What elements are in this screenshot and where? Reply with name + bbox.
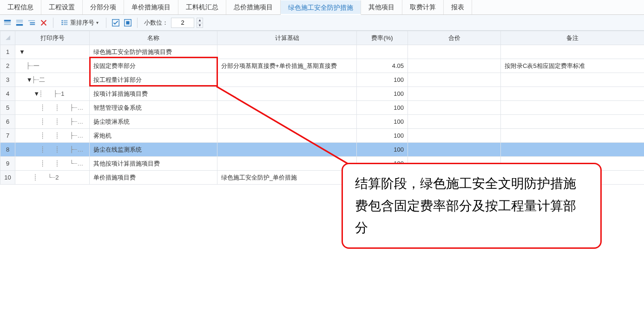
cell-remark[interactable]: 按附录C表5相应固定费率标准 [501, 59, 644, 73]
table-row[interactable]: 7 ┊ ┊ ├┈1.3雾炮机100 [0, 129, 644, 143]
tree-expander-icon[interactable]: ▼ [19, 48, 25, 55]
row-number[interactable]: 9 [0, 157, 15, 171]
cell-total[interactable] [408, 87, 501, 101]
cell-print-seq[interactable]: ┊ └┈2 [15, 171, 90, 185]
table-row[interactable]: 6 ┊ ┊ ├┈1.2扬尘喷淋系统100 [0, 115, 644, 129]
cell-print-seq[interactable]: ▼├┈二 [15, 73, 90, 87]
row-number[interactable]: 8 [0, 143, 15, 157]
cell-name[interactable]: 智慧管理设备系统 [90, 101, 217, 115]
cell-basis[interactable] [217, 115, 357, 129]
cell-total[interactable] [408, 129, 501, 143]
tree-expander-icon[interactable]: ▼ [33, 90, 39, 97]
cell-print-seq[interactable]: ┊ ┊ ├┈1.3 [15, 129, 90, 143]
cell-basis[interactable]: 绿色施工安全防护_单价措施 [217, 171, 357, 185]
tab-project-settings[interactable]: 工程设置 [41, 0, 83, 14]
col-total[interactable]: 合价 [408, 31, 501, 45]
cell-name[interactable]: 雾炮机 [90, 129, 217, 143]
cell-total[interactable] [408, 101, 501, 115]
cell-basis[interactable] [217, 45, 357, 59]
row-number[interactable]: 3 [0, 73, 15, 87]
cell-name[interactable]: 扬尘喷淋系统 [90, 115, 217, 129]
cell-rate[interactable]: 100 [357, 73, 408, 87]
table-row[interactable]: 3 ▼├┈二按工程量计算部分100 [0, 73, 644, 87]
cell-name[interactable]: 扬尘在线监测系统 [90, 143, 217, 157]
cell-print-seq[interactable]: ┊ ┊ └┈1.5 [15, 157, 90, 171]
cell-rate[interactable] [357, 45, 408, 59]
row-number[interactable]: 4 [0, 87, 15, 101]
cell-total[interactable] [408, 45, 501, 59]
col-print-seq[interactable]: 打印序号 [15, 31, 90, 45]
deselect-all-icon[interactable] [123, 18, 132, 27]
tab-sections[interactable]: 分部分项 [83, 0, 124, 14]
col-basis[interactable]: 计算基础 [217, 31, 357, 45]
cell-remark[interactable] [501, 45, 644, 59]
col-rate[interactable]: 费率(%) [357, 31, 408, 45]
cell-remark[interactable] [501, 101, 644, 115]
cell-remark[interactable] [501, 73, 644, 87]
cell-rate[interactable]: 4.05 [357, 59, 408, 73]
tab-project-info[interactable]: 工程信息 [0, 0, 41, 14]
cell-rate[interactable]: 100 [357, 115, 408, 129]
cell-basis[interactable] [217, 157, 357, 171]
cell-remark[interactable] [501, 129, 644, 143]
cell-name[interactable]: 单价措施项目费 [90, 171, 217, 185]
cell-basis[interactable] [217, 73, 357, 87]
data-grid[interactable]: 打印序号 名称 计算基础 费率(%) 合价 备注 1▼绿色施工安全防护措施项目费… [0, 31, 644, 185]
cell-print-seq[interactable]: ┊ ┊ ├┈1.1 [15, 101, 90, 115]
tab-unit-price-measures[interactable]: 单价措施项目 [124, 0, 178, 14]
table-row[interactable]: 5 ┊ ┊ ├┈1.1智慧管理设备系统100 [0, 101, 644, 115]
tab-other-items[interactable]: 其他项目 [361, 0, 402, 14]
tab-lumpsum-measures[interactable]: 总价措施项目 [226, 0, 281, 14]
table-row[interactable]: 8 ┊ ┊ ├┈1.4扬尘在线监测系统100 [0, 143, 644, 157]
row-number[interactable]: 2 [0, 59, 15, 73]
decimal-spin-down[interactable]: ▼ [197, 23, 203, 28]
insert-child-row-icon[interactable] [27, 18, 36, 27]
delete-row-icon[interactable] [39, 18, 48, 27]
cell-print-seq[interactable]: ▼┊ ├┈1 [15, 87, 90, 101]
cell-basis[interactable] [217, 101, 357, 115]
cell-print-seq[interactable]: ┊ ┊ ├┈1.2 [15, 115, 90, 129]
row-number[interactable]: 7 [0, 129, 15, 143]
cell-remark[interactable] [501, 143, 644, 157]
col-name[interactable]: 名称 [90, 31, 217, 45]
tab-report[interactable]: 报表 [444, 0, 472, 14]
cell-basis[interactable] [217, 129, 357, 143]
cell-remark[interactable] [501, 87, 644, 101]
cell-total[interactable] [408, 59, 501, 73]
cell-rate[interactable]: 100 [357, 87, 408, 101]
table-row[interactable]: 1▼绿色施工安全防护措施项目费 [0, 45, 644, 59]
tab-fee-calc[interactable]: 取费计算 [402, 0, 444, 14]
cell-total[interactable] [408, 115, 501, 129]
cell-print-seq[interactable]: ├┈一 [15, 59, 90, 73]
select-all-icon[interactable] [111, 18, 120, 27]
insert-row-below-icon[interactable] [15, 18, 24, 27]
cell-print-seq[interactable]: ▼ [15, 45, 90, 59]
cell-basis[interactable] [217, 143, 357, 157]
col-remark[interactable]: 备注 [501, 31, 644, 45]
tree-expander-icon[interactable]: ▼ [26, 76, 32, 83]
cell-name[interactable]: 绿色施工安全防护措施项目费 [90, 45, 217, 59]
cell-remark[interactable] [501, 115, 644, 129]
cell-basis[interactable]: 分部分项基期直接费+单价措施_基期直接费 [217, 59, 357, 73]
cell-rate[interactable]: 100 [357, 129, 408, 143]
reorder-button[interactable]: 重排序号 ▾ [58, 18, 101, 28]
decimal-input[interactable] [171, 18, 194, 28]
table-row[interactable]: 4 ▼┊ ├┈1按项计算措施项目费100 [0, 87, 644, 101]
tab-materials-summary[interactable]: 工料机汇总 [178, 0, 226, 14]
cell-rate[interactable]: 100 [357, 143, 408, 157]
insert-row-above-icon[interactable] [3, 18, 12, 27]
table-row[interactable]: 2 ├┈一按固定费率部分分部分项基期直接费+单价措施_基期直接费4.05按附录C… [0, 59, 644, 73]
row-number[interactable]: 6 [0, 115, 15, 129]
grid-corner[interactable] [0, 31, 15, 45]
row-number[interactable]: 10 [0, 171, 15, 185]
cell-total[interactable] [408, 143, 501, 157]
tab-green-safety[interactable]: 绿色施工安全防护措施 [281, 0, 361, 15]
row-number[interactable]: 5 [0, 101, 15, 115]
cell-name[interactable]: 按项计算措施项目费 [90, 87, 217, 101]
cell-name[interactable]: 按工程量计算部分 [90, 73, 217, 87]
decimal-spin-up[interactable]: ▲ [197, 18, 203, 23]
cell-rate[interactable]: 100 [357, 101, 408, 115]
cell-name[interactable]: 其他按项计算措施项目费 [90, 157, 217, 171]
row-number[interactable]: 1 [0, 45, 15, 59]
cell-basis[interactable] [217, 87, 357, 101]
